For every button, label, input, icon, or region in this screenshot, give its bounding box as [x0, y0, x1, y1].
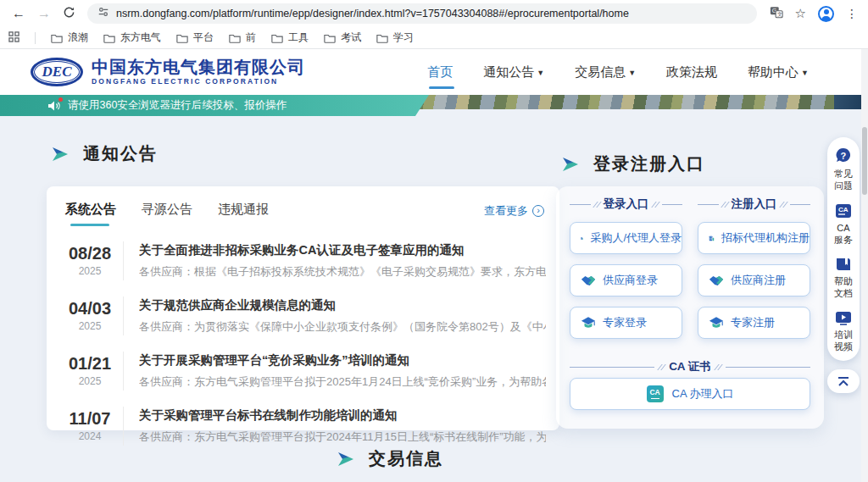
- video-play-icon: [835, 311, 852, 325]
- notices-card: 系统公告 寻源公告 违规通报 查看更多 › 08/28 2025 关于全面推进非…: [47, 186, 559, 430]
- nav-notices[interactable]: 通知公告▼: [483, 59, 544, 86]
- expert-register-button[interactable]: 专家注册: [698, 307, 810, 339]
- apps-grid-icon[interactable]: [8, 31, 19, 45]
- expert-login-button[interactable]: 专家登录: [570, 307, 682, 339]
- site-settings-icon[interactable]: [97, 6, 109, 21]
- notice-row[interactable]: 04/03 2025 关于规范供应商企业规模信息的通知 各供应商：为贯彻落实《保…: [47, 288, 559, 343]
- bookmark-star-icon[interactable]: ☆: [795, 6, 806, 21]
- login-header: 登录入口: [570, 197, 682, 212]
- main-nav: 首页 通知公告▼ 交易信息▼ 政策法规 帮助中心▼: [427, 59, 809, 86]
- help-docs-item[interactable]: 帮助文档: [833, 257, 854, 300]
- notice-date: 01/21 2025: [57, 354, 123, 387]
- register-header: 注册入口: [698, 197, 810, 212]
- scrollbar-track[interactable]: [861, 49, 868, 482]
- ca-service-item[interactable]: CA CA服务: [833, 203, 854, 247]
- chevron-down-icon: ▼: [801, 69, 809, 77]
- ca-card-icon: CA: [835, 203, 852, 219]
- nav-home[interactable]: 首页: [427, 59, 453, 86]
- question-icon: ?: [835, 147, 852, 164]
- scrollbar-thumb[interactable]: [862, 127, 867, 195]
- section-title-text: 通知公告: [83, 142, 158, 165]
- to-top-icon: [837, 376, 850, 387]
- nav-help-center[interactable]: 帮助中心▼: [748, 59, 809, 86]
- grad-cap-icon: [709, 316, 724, 330]
- back-to-top-button[interactable]: [827, 369, 860, 393]
- book-icon: [835, 257, 852, 272]
- notice-desc: 各供应商：为贯彻落实《保障中小企业款项支付条例》（国务院令第802号）及《中小企…: [139, 319, 546, 335]
- notice-title[interactable]: 关于采购管理平台标书在线制作功能培训的通知: [139, 407, 546, 424]
- notices-tabs: 系统公告 寻源公告 违规通报: [47, 186, 559, 226]
- arrow-right-circle-icon: ›: [532, 205, 544, 217]
- notice-title[interactable]: 关于开展采购管理平台“竞价采购业务”培训的通知: [139, 352, 546, 368]
- bookmark-folder[interactable]: 考试: [324, 30, 361, 45]
- view-more-link[interactable]: 查看更多 ›: [484, 203, 544, 219]
- bookmark-folder[interactable]: 东方电气: [103, 30, 161, 45]
- supplier-login-button[interactable]: 供应商登录: [570, 264, 682, 296]
- divider: [35, 32, 36, 44]
- handshake-icon: [581, 274, 596, 287]
- notice-row[interactable]: 01/21 2025 关于开展采购管理平台“竞价采购业务”培训的通知 各供应商：…: [47, 343, 559, 398]
- supplier-register-button[interactable]: 供应商注册: [698, 264, 810, 296]
- arrow-icon: [337, 451, 357, 468]
- portal-button-grid: 采购人/代理人登录 招标代理机构注册 供应商登录 供应商注册 专家登录 专家注册: [570, 222, 810, 339]
- svg-text:?: ?: [840, 151, 846, 161]
- notice-date: 08/28 2025: [57, 244, 123, 277]
- menu-kebab-icon[interactable]: ⋮: [846, 7, 858, 20]
- notification-dot: [58, 97, 63, 102]
- section-title-text: 登录注册入口: [593, 152, 705, 175]
- chevron-down-icon: ▼: [628, 69, 636, 77]
- section-title-text: 交易信息: [369, 447, 443, 470]
- ca-apply-button[interactable]: CA CA 办理入口: [570, 378, 810, 410]
- content: 通知公告 系统公告 寻源公告 违规通报 查看更多 › 08/28 2025: [0, 108, 868, 482]
- notices-section-title: 通知公告: [51, 142, 158, 165]
- page: ← → nsrm.dongfang.com/platform/runtime/e…: [0, 0, 868, 482]
- handshake-icon: [709, 274, 724, 287]
- bookmark-folder[interactable]: 平台: [176, 30, 214, 45]
- arrow-icon: [51, 146, 71, 163]
- company-name-cn: 中国东方电气集团有限公司: [92, 58, 305, 76]
- bookmark-folder[interactable]: 前: [229, 30, 256, 45]
- building-icon: [581, 231, 583, 246]
- forward-icon[interactable]: →: [37, 7, 51, 20]
- notice-desc: 各供应商：根据《电子招标投标系统技术规范》《电子采购交易规范》要求，东方电气采购…: [139, 264, 546, 280]
- ca-badge-icon: CA: [647, 385, 664, 402]
- buyer-agent-login-button[interactable]: 采购人/代理人登录: [570, 222, 682, 254]
- trade-section: 交易信息: [0, 447, 780, 470]
- svg-text:文: 文: [776, 11, 782, 17]
- bookmark-folder[interactable]: 工具: [271, 30, 309, 45]
- notice-title[interactable]: 关于全面推进非招标采购业务CA认证及电子签章应用的通知: [139, 242, 546, 258]
- tab-system-notices[interactable]: 系统公告: [65, 202, 116, 226]
- notice-date: 04/03 2025: [57, 299, 123, 332]
- tab-sourcing-notices[interactable]: 寻源公告: [142, 202, 192, 226]
- refresh-icon[interactable]: [63, 6, 75, 21]
- svg-text:CA: CA: [838, 206, 849, 213]
- url-text: nsrm.dongfang.com/platform/runtime/epp/d…: [116, 8, 629, 19]
- company-logo[interactable]: DEC 中国东方电气集团有限公司 DONGFANG ELECTRIC CORPO…: [31, 58, 305, 86]
- faq-item[interactable]: ? 常见问题: [833, 147, 854, 192]
- back-icon[interactable]: ←: [12, 7, 25, 20]
- notice-list: 08/28 2025 关于全面推进非招标采购业务CA认证及电子签章应用的通知 各…: [47, 233, 559, 453]
- bookmark-folder[interactable]: 浪潮: [51, 30, 88, 45]
- profile-avatar-icon[interactable]: [818, 6, 834, 22]
- url-bar[interactable]: nsrm.dongfang.com/platform/runtime/epp/d…: [87, 3, 757, 24]
- floating-sidebar: ? 常见问题 CA CA服务 帮助文档 培训视频: [827, 137, 860, 361]
- translate-icon[interactable]: G文: [770, 6, 783, 22]
- arrow-icon: [561, 156, 581, 173]
- tab-violation-reports[interactable]: 违规通报: [218, 202, 269, 226]
- nav-trade-info[interactable]: 交易信息▼: [575, 59, 636, 86]
- training-videos-item[interactable]: 培训视频: [833, 311, 854, 353]
- chevron-down-icon: ▼: [537, 69, 544, 77]
- notice-row[interactable]: 11/07 2024 关于采购管理平台标书在线制作功能培训的通知 各供应商：东方…: [47, 398, 559, 453]
- bidding-agency-register-button[interactable]: 招标代理机构注册: [698, 222, 810, 254]
- notice-desc: 各供应商：东方电气采购管理平台拟于2024年11月15日上线“标书在线制作”功能…: [139, 429, 546, 445]
- ca-header: CA 证书: [570, 359, 810, 374]
- notice-title[interactable]: 关于规范供应商企业规模信息的通知: [139, 297, 546, 313]
- notice-row[interactable]: 08/28 2025 关于全面推进非招标采购业务CA认证及电子签章应用的通知 各…: [47, 233, 559, 288]
- bookmark-folder[interactable]: 学习: [376, 30, 414, 45]
- building-icon: [709, 231, 715, 246]
- grad-cap-icon: [581, 316, 596, 330]
- portal-headers: 登录入口 注册入口: [570, 197, 810, 212]
- nav-policies[interactable]: 政策法规: [666, 59, 717, 86]
- site-header: DEC 中国东方电气集团有限公司 DONGFANG ELECTRIC CORPO…: [0, 49, 868, 95]
- portal-section-title: 登录注册入口: [561, 152, 705, 175]
